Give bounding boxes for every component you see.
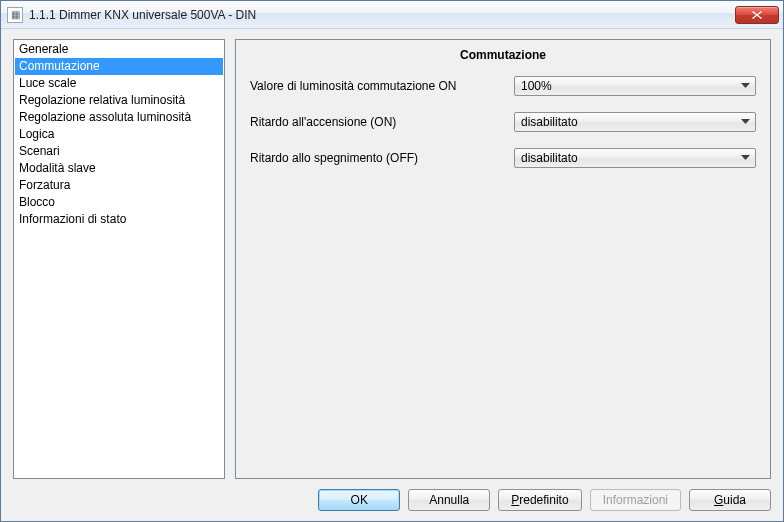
panel-heading: Commutazione: [236, 40, 770, 76]
titlebar: ▦ 1.1.1 Dimmer KNX universale 500VA - DI…: [1, 1, 783, 29]
default-button[interactable]: Predefinito: [498, 489, 581, 511]
setting-label: Ritardo allo spegnimento (OFF): [250, 151, 514, 165]
dialog-buttons: OKAnnullaPredefinitoInformazioniGuida: [13, 487, 771, 511]
sidebar-item[interactable]: Commutazione: [15, 58, 223, 75]
help-button[interactable]: Guida: [689, 489, 771, 511]
setting-dropdown[interactable]: disabilitato: [514, 148, 756, 168]
cancel-button[interactable]: Annulla: [408, 489, 490, 511]
setting-label: Valore di luminosità commutazione ON: [250, 79, 514, 93]
sidebar-item[interactable]: Scenari: [15, 143, 223, 160]
chevron-down-icon: [737, 150, 753, 166]
window-title: 1.1.1 Dimmer KNX universale 500VA - DIN: [29, 8, 729, 22]
sidebar-item[interactable]: Logica: [15, 126, 223, 143]
sidebar-item[interactable]: Informazioni di stato: [15, 211, 223, 228]
ok-button[interactable]: OK: [318, 489, 400, 511]
close-button[interactable]: [735, 6, 779, 24]
setting-row: Ritardo all'accensione (ON)disabilitato: [250, 112, 756, 132]
setting-dropdown[interactable]: disabilitato: [514, 112, 756, 132]
dropdown-value: disabilitato: [521, 115, 737, 129]
dropdown-value: disabilitato: [521, 151, 737, 165]
setting-label: Ritardo all'accensione (ON): [250, 115, 514, 129]
settings-form: Valore di luminosità commutazione ON100%…: [236, 76, 770, 184]
chevron-down-icon: [737, 114, 753, 130]
sidebar-item[interactable]: Forzatura: [15, 177, 223, 194]
chevron-down-icon: [737, 78, 753, 94]
setting-row: Ritardo allo spegnimento (OFF)disabilita…: [250, 148, 756, 168]
sidebar-item[interactable]: Luce scale: [15, 75, 223, 92]
sidebar-item[interactable]: Regolazione assoluta luminosità: [15, 109, 223, 126]
info-button: Informazioni: [590, 489, 681, 511]
category-sidebar[interactable]: GeneraleCommutazioneLuce scaleRegolazion…: [13, 39, 225, 479]
setting-dropdown[interactable]: 100%: [514, 76, 756, 96]
dropdown-value: 100%: [521, 79, 737, 93]
sidebar-item[interactable]: Regolazione relativa luminosità: [15, 92, 223, 109]
sidebar-item[interactable]: Generale: [15, 41, 223, 58]
close-icon: [752, 11, 762, 19]
sidebar-item[interactable]: Modalità slave: [15, 160, 223, 177]
main-panel: Commutazione Valore di luminosità commut…: [235, 39, 771, 479]
content-area: GeneraleCommutazioneLuce scaleRegolazion…: [13, 39, 771, 479]
dialog-window: ▦ 1.1.1 Dimmer KNX universale 500VA - DI…: [0, 0, 784, 522]
client-area: GeneraleCommutazioneLuce scaleRegolazion…: [1, 29, 783, 521]
setting-row: Valore di luminosità commutazione ON100%: [250, 76, 756, 96]
sidebar-item[interactable]: Blocco: [15, 194, 223, 211]
app-icon: ▦: [7, 7, 23, 23]
